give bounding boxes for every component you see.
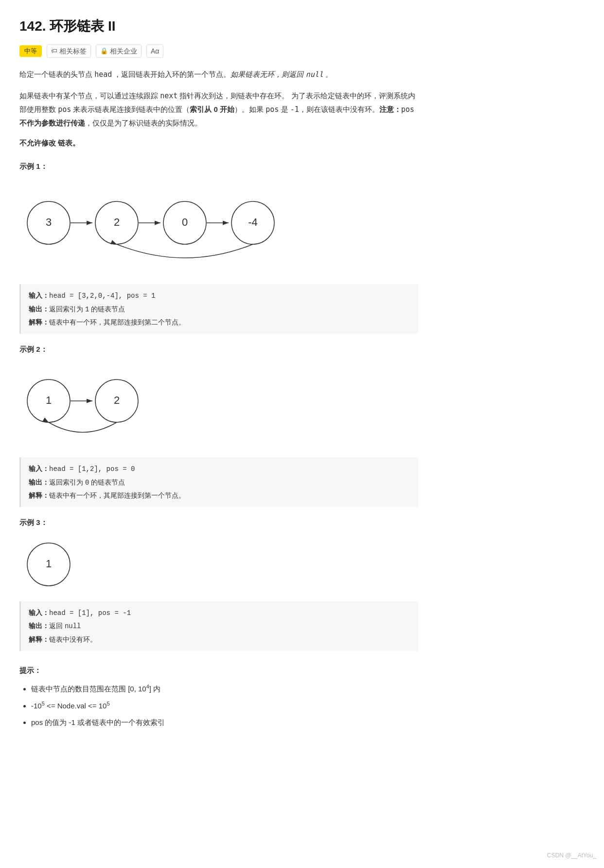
- tag-company-label: 相关企业: [110, 46, 137, 56]
- example-2-io: 输入：head = [1,2], pos = 0 输出：返回索引为 0 的链表节…: [19, 457, 418, 507]
- hints-title: 提示：: [19, 665, 418, 676]
- example-2-diagram: 1 2: [19, 362, 418, 450]
- no-modify-text: 不允许修改 链表。: [19, 137, 418, 149]
- svg-text:-4: -4: [248, 216, 258, 228]
- diagram-3-svg: 1: [19, 535, 83, 594]
- font-icon: Aα: [151, 46, 159, 56]
- difficulty-badge: 中等: [19, 45, 42, 57]
- example-1-title: 示例 1：: [19, 161, 418, 172]
- hint-item-2: -105 <= Node.val <= 105: [31, 698, 418, 713]
- svg-text:0: 0: [182, 216, 188, 228]
- tag-related-companies[interactable]: 🔒 相关企业: [96, 44, 142, 58]
- svg-text:1: 1: [46, 394, 52, 406]
- tag-label: 相关标签: [59, 46, 87, 56]
- example-1-io: 输入：head = [3,2,0,-4], pos = 1 输出：返回索引为 1…: [19, 284, 418, 334]
- hints-section: 提示： 链表中节点的数目范围在范围 [0, 104] 内 -105 <= Nod…: [19, 665, 418, 730]
- diagram-1-svg: 3 2 0 -4: [19, 179, 302, 276]
- description-2: 如果链表中有某个节点，可以通过连续跟踪 next 指针再次到达，则链表中存在环。…: [19, 89, 418, 129]
- tag-related-labels[interactable]: 🏷 相关标签: [47, 44, 91, 58]
- hint-item-3: pos 的值为 -1 或者链表中的一个有效索引: [31, 715, 418, 730]
- example-2-title: 示例 2：: [19, 344, 418, 355]
- hints-list: 链表中节点的数目范围在范围 [0, 104] 内 -105 <= Node.va…: [19, 681, 418, 730]
- diagram-2-svg: 1 2: [19, 362, 165, 450]
- example-1-diagram: 3 2 0 -4: [19, 179, 418, 276]
- tags-row: 中等 🏷 相关标签 🔒 相关企业 Aα: [19, 44, 418, 58]
- svg-text:2: 2: [114, 394, 120, 406]
- svg-text:3: 3: [46, 216, 52, 228]
- description-1: 给定一个链表的头节点 head ，返回链表开始入环的第一个节点。如果链表无环，则…: [19, 68, 418, 81]
- svg-text:1: 1: [46, 558, 52, 570]
- example-3-io: 输入：head = [1], pos = -1 输出：返回 null 解释：链表…: [19, 601, 418, 651]
- tag-icon: 🏷: [51, 46, 57, 56]
- svg-text:2: 2: [114, 216, 120, 228]
- example-3-diagram: 1: [19, 535, 418, 594]
- example-3-title: 示例 3：: [19, 517, 418, 528]
- hint-item-1: 链表中节点的数目范围在范围 [0, 104] 内: [31, 681, 418, 696]
- lock-icon: 🔒: [100, 46, 108, 56]
- tag-font[interactable]: Aα: [146, 44, 163, 58]
- page-title: 142. 环形链表 II: [19, 16, 418, 37]
